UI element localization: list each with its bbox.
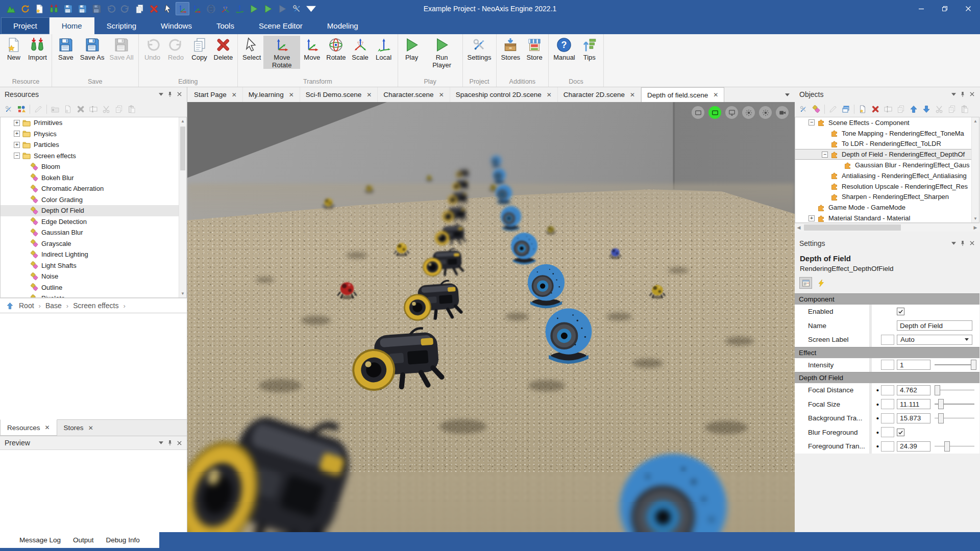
tree-item-physics[interactable]: +Physics (1, 129, 186, 140)
ribbon-manual-button[interactable]: ?Manual (551, 36, 578, 62)
ribbon-save-as-button[interactable]: Save As (78, 36, 107, 62)
qat-move-button[interactable] (190, 2, 204, 15)
close-button[interactable] (957, 0, 980, 17)
doc-tab-start-page[interactable]: Start Page✕ (188, 87, 243, 102)
qat-delete-button[interactable] (147, 2, 161, 15)
ribbon-store-button[interactable]: Store (523, 36, 546, 62)
ribbon-stores-button[interactable]: Stores (499, 36, 523, 62)
ribbon-run-player-button[interactable]: Run Player (424, 36, 460, 69)
ribbon-new-button[interactable]: New (2, 36, 26, 62)
tree-item-screen-effects[interactable]: −Screen effects (1, 151, 186, 162)
slider-handle[interactable] (938, 399, 944, 409)
objects-pin-button[interactable] (958, 90, 967, 99)
qat-import-button[interactable] (47, 2, 61, 15)
menu-windows[interactable]: Windows (149, 17, 204, 34)
checkbox-checked[interactable] (897, 429, 904, 436)
slider[interactable] (935, 399, 974, 409)
tree-item-outline[interactable]: Outline (1, 282, 186, 293)
scroll-down-icon[interactable]: ▼ (179, 290, 186, 297)
tree-item-pixelate[interactable]: Pixelate (1, 293, 186, 298)
ribbon-select-button[interactable]: Select (240, 36, 263, 62)
panel-tab-resources[interactable]: Resources✕ (0, 419, 57, 436)
resources-settings-tools-button[interactable] (3, 104, 14, 115)
tree-item-edge-detection[interactable]: Edge Detection (1, 216, 186, 228)
objects-page-new-button[interactable] (857, 104, 868, 115)
scrollbar-thumb[interactable] (180, 127, 185, 170)
qat-scale-button[interactable] (218, 2, 232, 15)
default-value-box[interactable] (881, 335, 894, 345)
slider-handle[interactable] (938, 413, 944, 423)
tree-item-primitives[interactable]: +Primitives (1, 117, 186, 129)
ribbon-settings-button[interactable]: Settings (465, 36, 494, 62)
objects-arrow-up-button[interactable] (908, 104, 919, 115)
number-field[interactable]: 11.111 (897, 399, 930, 409)
tree-item-bokeh-blur[interactable]: Bokeh Blur (1, 172, 186, 184)
tree-item-indirect-lighting[interactable]: Indirect Lighting (1, 249, 186, 260)
object-item-game-mode[interactable]: Game Mode - GameMode (795, 202, 979, 213)
breadcrumb-item-screen-effects[interactable]: Screen effects (73, 302, 118, 310)
object-item-antialiasing[interactable]: Antialiasing - RenderingEffect_Antialias… (795, 170, 979, 181)
qat-move-rotate-button[interactable] (176, 2, 189, 15)
object-item-tone-mapping[interactable]: Tone Mapping - RenderingEffect_ToneMa (795, 128, 979, 139)
slider[interactable] (935, 441, 974, 452)
ribbon-save-button[interactable]: Save (54, 36, 78, 62)
breadcrumb-up-button[interactable] (5, 301, 14, 310)
expander-icon[interactable]: − (808, 119, 815, 126)
slider[interactable] (935, 413, 974, 423)
default-value-box[interactable] (881, 385, 894, 395)
viewport-sun-button[interactable] (742, 106, 755, 119)
doc-tab-my-learning[interactable]: My.learning✕ (243, 87, 300, 102)
resources-tree-scrollbar[interactable]: ▲▼ (179, 117, 186, 297)
doc-tab-character-scene[interactable]: Character.scene✕ (378, 87, 450, 102)
resources-close-button[interactable] (175, 90, 184, 99)
objects-settings-tools-button[interactable] (798, 104, 809, 115)
default-value-box[interactable] (881, 360, 894, 370)
settings-pin-button[interactable] (958, 239, 967, 248)
scrollbar-thumb[interactable] (804, 224, 901, 231)
scroll-up-icon[interactable]: ▲ (179, 117, 186, 125)
qat-save-button[interactable] (90, 2, 104, 15)
resources-caret-button[interactable] (156, 90, 165, 99)
events-tab-button[interactable] (815, 277, 827, 289)
ribbon-rotate-button[interactable]: Rotate (324, 36, 348, 62)
objects-effect-pair-button[interactable] (811, 104, 822, 115)
scroll-right-icon[interactable]: ▶ (971, 225, 979, 230)
properties-tab-button[interactable] (799, 277, 812, 289)
qat-play-button[interactable] (276, 2, 289, 15)
menu-scene-editor[interactable]: Scene Editor (247, 17, 315, 34)
viewport-display-button[interactable] (692, 106, 704, 119)
restore-button[interactable] (933, 0, 957, 17)
ribbon-scale-button[interactable]: Scale (349, 36, 372, 62)
ribbon-move-button[interactable]: Move (300, 36, 324, 62)
bottom-tab-message-log[interactable]: Message Log (13, 536, 67, 544)
tree-item-grayscale[interactable]: Grayscale (1, 238, 186, 249)
default-value-box[interactable] (881, 399, 894, 409)
qat-save-button[interactable] (61, 2, 75, 15)
number-field[interactable]: 4.762 (897, 385, 930, 395)
menu-project[interactable]: Project (1, 17, 50, 34)
qat-rotate-button[interactable] (204, 2, 218, 15)
doc-tabs-overflow-button[interactable] (779, 87, 795, 102)
settings-close-button[interactable] (967, 239, 976, 248)
doc-tab-depth-of-field-scene[interactable]: Depth of field.scene✕ (641, 87, 724, 102)
slider-handle[interactable] (935, 385, 940, 395)
viewport-3d[interactable] (187, 102, 795, 532)
tree-item-light-shafts[interactable]: Light Shafts (1, 260, 186, 271)
number-field[interactable]: 24.39 (897, 441, 930, 452)
tab-close-icon[interactable]: ✕ (366, 91, 372, 98)
slider[interactable] (935, 360, 974, 370)
tree-item-gaussian-blur[interactable]: Gaussian Blur (1, 227, 186, 238)
bottom-tab-debug-info[interactable]: Debug Info (100, 536, 146, 544)
doc-tab-spaceship-control-2d-scene[interactable]: Spaceship control 2D.scene✕ (450, 87, 558, 102)
scroll-up-icon[interactable]: ▲ (972, 117, 979, 125)
expander-icon[interactable]: − (14, 153, 20, 159)
viewport-display-button-active[interactable] (708, 106, 721, 119)
expander-icon[interactable]: − (822, 152, 828, 158)
slider[interactable] (935, 385, 974, 395)
expander-icon[interactable]: + (14, 120, 20, 126)
breadcrumb-item-base[interactable]: Base (45, 302, 62, 310)
menu-tools[interactable]: Tools (204, 17, 247, 34)
number-field[interactable]: 15.873 (897, 413, 930, 423)
tree-item-noise[interactable]: Noise (1, 271, 186, 282)
menu-home[interactable]: Home (50, 17, 94, 34)
